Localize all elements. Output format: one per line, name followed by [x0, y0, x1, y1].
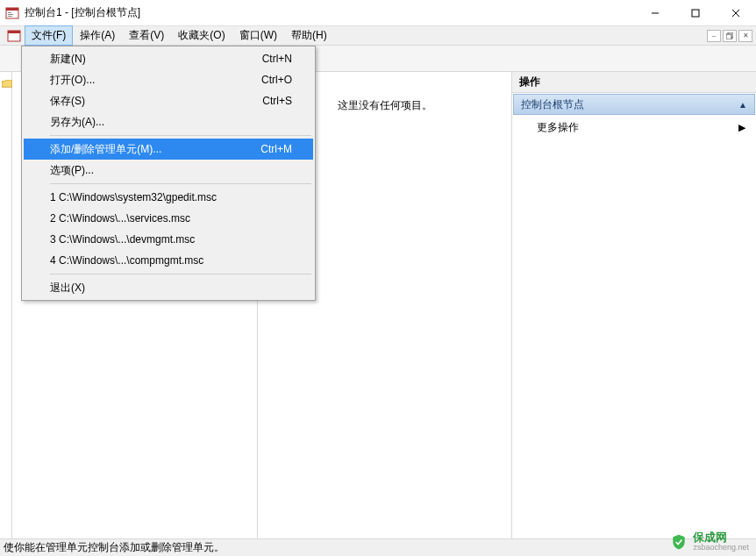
menu-exit[interactable]: 退出(X)	[24, 277, 313, 298]
svg-rect-3	[8, 14, 13, 15]
menu-favorites[interactable]: 收藏夹(O)	[171, 25, 232, 46]
console-icon	[7, 29, 21, 43]
menu-action[interactable]: 操作(A)	[73, 25, 122, 46]
menubar: 文件(F) 操作(A) 查看(V) 收藏夹(O) 窗口(W) 帮助(H) – ✕	[0, 26, 756, 46]
watermark-title: 保成网	[693, 531, 749, 544]
menu-file[interactable]: 文件(F)	[25, 25, 73, 46]
tree-panel	[0, 72, 12, 538]
close-button[interactable]	[716, 0, 756, 26]
menu-options[interactable]: 选项(P)...	[24, 160, 313, 181]
minimize-button[interactable]	[635, 0, 675, 26]
menu-add-remove-snapin[interactable]: 添加/删除管理单元(M)...Ctrl+M	[24, 139, 313, 160]
separator	[50, 274, 311, 274]
menu-view[interactable]: 查看(V)	[122, 25, 171, 46]
app-icon	[5, 6, 19, 20]
menu-recent-1[interactable]: 1 C:\Windows\system32\gpedit.msc	[24, 187, 313, 208]
child-minimize-button[interactable]: –	[707, 30, 721, 42]
shield-icon	[670, 533, 688, 551]
svg-rect-6	[692, 10, 699, 17]
actions-panel: 操作 控制台根节点 ▲ 更多操作 ▶	[512, 72, 756, 538]
empty-text: 这里没有任何项目。	[338, 99, 432, 111]
statusbar: 使你能在管理单元控制台添加或删除管理单元。	[0, 538, 756, 556]
menu-window[interactable]: 窗口(W)	[232, 25, 284, 46]
more-actions-label: 更多操作	[537, 120, 579, 135]
actions-header: 操作	[512, 72, 756, 93]
menu-new[interactable]: 新建(N)Ctrl+N	[24, 48, 313, 69]
svg-rect-10	[8, 31, 20, 33]
svg-rect-4	[8, 16, 12, 17]
actions-section-label: 控制台根节点	[521, 97, 584, 112]
menu-help[interactable]: 帮助(H)	[284, 25, 334, 46]
child-close-button[interactable]: ✕	[738, 30, 752, 42]
status-text: 使你能在管理单元控制台添加或删除管理单元。	[4, 540, 225, 555]
window-title: 控制台1 - [控制台根节点]	[25, 5, 635, 20]
window-controls	[635, 0, 756, 26]
menu-recent-2[interactable]: 2 C:\Windows\...\services.msc	[24, 208, 313, 229]
menu-recent-3[interactable]: 3 C:\Windows\...\devmgmt.msc	[24, 229, 313, 250]
watermark: 保成网 zsbaocheng.net	[670, 531, 749, 552]
svg-rect-2	[8, 12, 11, 13]
separator	[50, 183, 311, 184]
chevron-right-icon: ▶	[738, 122, 745, 133]
child-restore-button[interactable]	[723, 30, 737, 42]
titlebar: 控制台1 - [控制台根节点]	[0, 0, 756, 26]
more-actions[interactable]: 更多操作 ▶	[516, 117, 752, 138]
svg-rect-12	[726, 34, 731, 39]
actions-section[interactable]: 控制台根节点 ▲	[513, 94, 755, 115]
menu-save[interactable]: 保存(S)Ctrl+S	[24, 90, 313, 111]
menu-save-as[interactable]: 另存为(A)...	[24, 111, 313, 132]
folder-icon	[2, 80, 12, 89]
collapse-icon: ▲	[738, 100, 747, 110]
menu-recent-4[interactable]: 4 C:\Windows\...\compmgmt.msc	[24, 250, 313, 271]
maximize-button[interactable]	[675, 0, 716, 26]
file-menu-dropdown: 新建(N)Ctrl+N 打开(O)...Ctrl+O 保存(S)Ctrl+S 另…	[21, 46, 316, 301]
watermark-url: zsbaocheng.net	[693, 544, 749, 552]
menu-open[interactable]: 打开(O)...Ctrl+O	[24, 69, 313, 90]
separator	[50, 135, 311, 136]
svg-rect-1	[6, 8, 18, 11]
